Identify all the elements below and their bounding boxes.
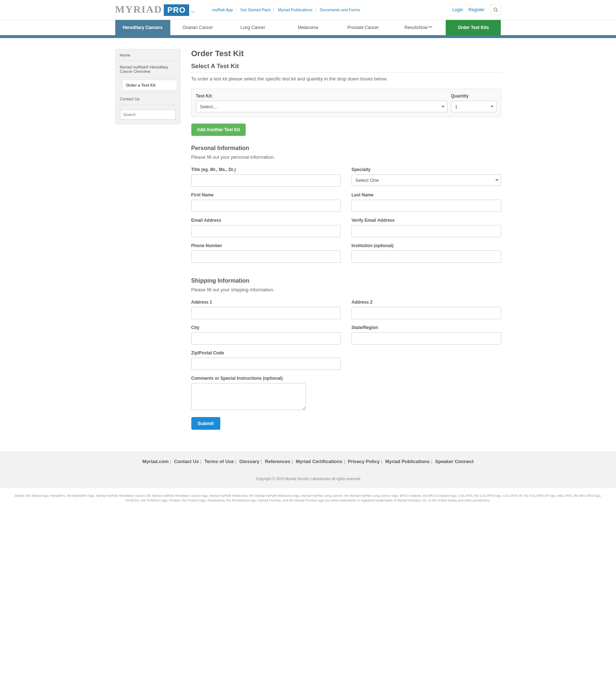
login-link[interactable]: Login <box>452 7 463 12</box>
nav-prostate[interactable]: Prostate Cancer <box>336 20 391 35</box>
search-icon <box>493 7 498 12</box>
sidebar-overview[interactable]: Myriad myRisk® Hereditary Cancer Overvie… <box>116 61 180 78</box>
logo-pro: PRO <box>164 4 190 16</box>
section-shipping: Shipping Information <box>191 278 501 284</box>
input-institution[interactable] <box>351 250 501 263</box>
logo[interactable]: MYRIAD PRO TM <box>115 4 195 16</box>
svg-point-0 <box>494 8 497 11</box>
label-city: City <box>191 325 341 330</box>
label-verify-email: Verify Email Address <box>351 218 501 223</box>
nav-ovarian[interactable]: Ovarian Cancer <box>170 20 225 35</box>
top-links: myRisk App Get Started Pack Myriad Publi… <box>209 8 363 12</box>
footer: Myriad.com| Contact Us| Terms of Use| Gl… <box>0 451 616 488</box>
input-lastname[interactable] <box>351 200 501 212</box>
kit-selector: Test Kit: Quantity Select... 1 <box>191 89 501 117</box>
toplink-getstarted[interactable]: Get Started Pack <box>237 8 274 12</box>
kit-label: Test Kit: <box>196 93 448 99</box>
kit-select[interactable]: Select... <box>196 101 448 112</box>
sidebar-home[interactable]: Home <box>116 49 180 61</box>
sidebar-order-kit[interactable]: Order a Test Kit <box>122 80 177 91</box>
footer-privacy[interactable]: Privacy Policy <box>348 459 380 464</box>
sidebar-search-input[interactable] <box>123 112 174 117</box>
input-addr2[interactable] <box>351 307 501 319</box>
sidebar: Home Myriad myRisk® Hereditary Cancer Ov… <box>115 49 180 124</box>
input-verify-email[interactable] <box>351 225 501 237</box>
label-title: Title (eg. Mr., Ms., Dr.) <box>191 167 341 172</box>
qty-label: Quantity <box>451 93 496 99</box>
nav-resultsnow[interactable]: ResultsNow™ <box>391 20 446 35</box>
section-personal: Personal Information <box>191 145 501 151</box>
desc-shipping: Please fill out your shipping informatio… <box>191 287 501 292</box>
nav-order-kits[interactable]: Order Test Kits <box>446 20 501 35</box>
toplink-publications[interactable]: Myriad Publications <box>275 8 316 12</box>
label-specialty: Specialty <box>351 167 501 172</box>
nav-hereditary[interactable]: Hereditary Cancers <box>115 20 170 35</box>
toplink-documents[interactable]: Documents and Forms <box>317 8 363 12</box>
copyright: Copyright © 2016 Myriad Genetic Laborato… <box>0 477 616 481</box>
input-comments[interactable] <box>191 383 306 410</box>
register-link[interactable]: Register <box>469 7 485 12</box>
label-state: State/Region <box>351 325 501 330</box>
footer-terms[interactable]: Terms of Use <box>204 459 234 464</box>
label-email: Email Address <box>191 218 341 223</box>
label-addr2: Address 2 <box>351 300 501 305</box>
toplink-myrisk[interactable]: myRisk App <box>209 8 236 12</box>
label-zip: Zip/Postal Code <box>191 350 341 355</box>
input-phone[interactable] <box>191 250 341 263</box>
input-email[interactable] <box>191 225 341 237</box>
page-title: Order Test Kit <box>191 49 501 58</box>
footer-references[interactable]: References <box>265 459 290 464</box>
footer-speaker[interactable]: Speaker Connect <box>435 459 474 464</box>
select-specialty[interactable]: Select One <box>351 174 501 186</box>
label-comments: Comments or Special Instructions (option… <box>191 376 501 381</box>
footer-certifications[interactable]: Myriad Certifications <box>296 459 342 464</box>
label-lastname: Last Name <box>351 192 501 197</box>
label-addr1: Address 1 <box>191 300 341 305</box>
input-state[interactable] <box>351 332 501 345</box>
input-zip[interactable] <box>191 358 341 370</box>
section-select-kit: Select A Test Kit <box>191 63 501 70</box>
legal-text: Myriad, the Myriad logo, MyriadPro, the … <box>0 488 616 508</box>
nav-lung[interactable]: Lung Cancer <box>225 20 280 35</box>
desc-select-kit: To order a test kit please select the sp… <box>191 76 501 82</box>
sidebar-search[interactable] <box>120 109 176 120</box>
main-nav: Hereditary Cancers Ovarian Cancer Lung C… <box>115 20 501 35</box>
footer-publications[interactable]: Myriad Publications <box>385 459 430 464</box>
footer-glossary[interactable]: Glossary <box>239 459 259 464</box>
footer-links: Myriad.com| Contact Us| Terms of Use| Gl… <box>0 459 616 464</box>
label-firstname: First Name <box>191 192 341 197</box>
label-phone: Phone Number <box>191 243 341 248</box>
nav-melanoma[interactable]: Melanoma <box>280 20 336 35</box>
footer-contact[interactable]: Contact Us <box>174 459 199 464</box>
input-addr1[interactable] <box>191 307 341 319</box>
logo-tm: TM <box>190 10 195 13</box>
qty-select[interactable]: 1 <box>451 101 496 112</box>
footer-myriad[interactable]: Myriad.com <box>142 459 168 464</box>
input-firstname[interactable] <box>191 200 341 212</box>
svg-line-1 <box>496 11 498 12</box>
logo-text: MYRIAD <box>115 4 162 15</box>
sidebar-contact[interactable]: Contact Us <box>116 93 180 105</box>
label-institution: Institution (optional) <box>351 243 501 248</box>
input-title[interactable] <box>191 174 341 187</box>
search-button[interactable] <box>490 4 501 15</box>
input-city[interactable] <box>191 332 341 345</box>
submit-button[interactable]: Submit <box>191 417 220 430</box>
desc-personal: Please fill out your personal informatio… <box>191 154 501 160</box>
add-kit-button[interactable]: Add Another Test Kit <box>191 124 246 136</box>
